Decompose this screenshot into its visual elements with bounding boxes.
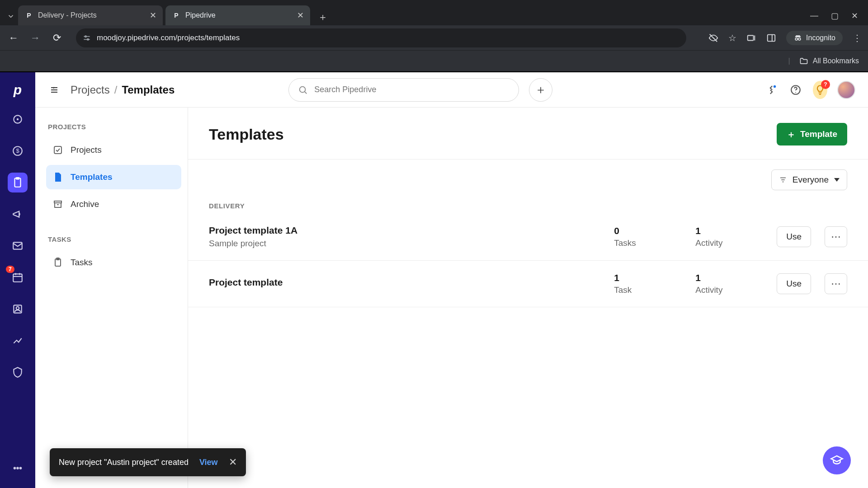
sidebar-item-label: Archive: [71, 199, 99, 209]
browser-tab[interactable]: P Pipedrive ✕: [165, 5, 310, 25]
template-tasks-stat: 1 Task: [614, 272, 682, 295]
notification-badge: ?: [821, 80, 830, 89]
pipedrive-logo-icon[interactable]: p: [14, 82, 22, 98]
sidebar-item-label: Templates: [71, 172, 113, 182]
new-template-label: Template: [800, 129, 837, 139]
new-tab-button[interactable]: ＋: [315, 9, 331, 25]
bookmark-star-icon[interactable]: ☆: [728, 33, 736, 43]
url-text: moodjoy.pipedrive.com/projects/templates: [97, 33, 240, 42]
svg-point-32: [774, 85, 776, 87]
svg-text:$: $: [16, 147, 19, 154]
browser-tab[interactable]: P Delivery - Projects ✕: [18, 5, 163, 25]
toast-message: New project "Austin project" created: [59, 458, 189, 467]
template-more-button[interactable]: ⋯: [825, 273, 847, 294]
reload-button[interactable]: ⟳: [50, 31, 64, 45]
sidebar-item-archive[interactable]: Archive: [46, 192, 181, 216]
main-content: Templates ＋ Template Everyone D: [188, 108, 868, 488]
favicon-icon: P: [24, 11, 33, 20]
rail-item-projects[interactable]: [8, 173, 28, 192]
template-name: Project template 1A: [209, 225, 600, 236]
close-tab-icon[interactable]: ✕: [150, 10, 156, 20]
rail-item-contacts[interactable]: [8, 299, 28, 319]
page-title: Templates: [209, 126, 284, 143]
svg-rect-18: [13, 274, 22, 282]
window-controls: — ▢ ✕: [810, 11, 864, 25]
sidebar-section-label: TASKS: [48, 235, 181, 243]
maximize-icon[interactable]: ▢: [831, 11, 839, 21]
search-input[interactable]: [314, 85, 509, 94]
archive-icon: [52, 199, 63, 210]
sidebar-item-templates[interactable]: Templates: [46, 165, 181, 189]
toast-close-icon[interactable]: ✕: [229, 456, 237, 468]
rail-item-deals[interactable]: $: [8, 141, 28, 161]
filter-icon: [779, 176, 787, 184]
clipboard-icon: [52, 257, 63, 268]
rail-item-mail[interactable]: [8, 236, 28, 256]
tab-search-button[interactable]: [4, 7, 18, 25]
rail-item-activities[interactable]: 7: [8, 267, 28, 287]
address-bar[interactable]: moodjoy.pipedrive.com/projects/templates: [76, 28, 686, 47]
rail-item-leads[interactable]: [8, 109, 28, 129]
file-icon: [52, 172, 63, 183]
forward-button[interactable]: →: [28, 31, 42, 45]
global-search[interactable]: [288, 78, 519, 102]
activities-badge: 7: [6, 266, 14, 273]
breadcrumb-root[interactable]: Projects: [71, 84, 110, 96]
help-icon[interactable]: [788, 83, 803, 97]
close-window-icon[interactable]: ✕: [851, 11, 858, 21]
media-control-icon[interactable]: [746, 33, 756, 43]
favicon-icon: P: [172, 11, 181, 20]
quick-add-button[interactable]: ＋: [529, 78, 552, 102]
tracking-icon[interactable]: [708, 33, 718, 43]
svg-point-30: [300, 86, 306, 92]
minimize-icon[interactable]: —: [810, 11, 818, 21]
incognito-indicator[interactable]: Incognito: [786, 31, 843, 45]
rail-item-products[interactable]: [8, 362, 28, 382]
rail-item-insights[interactable]: [8, 331, 28, 351]
site-settings-icon[interactable]: [82, 33, 91, 42]
incognito-label: Incognito: [806, 34, 835, 42]
collapse-sidebar-button[interactable]: [48, 84, 61, 96]
sidebar-item-label: Projects: [71, 145, 102, 155]
svg-rect-7: [768, 34, 775, 41]
filter-label: Everyone: [793, 175, 829, 185]
owner-filter[interactable]: Everyone: [771, 169, 847, 190]
template-row[interactable]: Project template 1A Sample project 0 Tas…: [188, 213, 868, 261]
chrome-menu-icon[interactable]: ⋮: [853, 33, 862, 43]
template-tasks-stat: 0 Tasks: [614, 225, 682, 248]
toast-view-link[interactable]: View: [199, 458, 218, 467]
template-activity-stat: 1 Activity: [695, 272, 763, 295]
sidebar-section-label: PROJECTS: [48, 123, 181, 131]
svg-point-23: [16, 307, 19, 310]
use-template-button[interactable]: Use: [777, 226, 811, 247]
help-fab[interactable]: [823, 446, 851, 474]
close-tab-icon[interactable]: ✕: [297, 10, 304, 20]
template-more-button[interactable]: ⋯: [825, 226, 847, 247]
bookmarks-bar: | All Bookmarks: [0, 51, 868, 72]
sidebar-item-projects[interactable]: Projects: [46, 138, 181, 162]
all-bookmarks-link[interactable]: All Bookmarks: [813, 57, 859, 65]
rail-item-campaigns[interactable]: [8, 204, 28, 224]
marketplace-icon[interactable]: [764, 83, 778, 97]
section-sidebar: PROJECTS Projects Templates Archive TA: [35, 108, 188, 488]
folder-icon: [799, 56, 808, 66]
tab-title: Delivery - Projects: [38, 11, 145, 19]
browser-tabbar: P Delivery - Projects ✕ P Pipedrive ✕ ＋ …: [0, 0, 868, 25]
sales-assistant-icon[interactable]: ?: [813, 83, 827, 97]
svg-point-25: [17, 467, 18, 469]
template-name: Project template: [209, 277, 600, 288]
rail-item-more[interactable]: [8, 458, 28, 478]
svg-point-26: [20, 467, 21, 469]
new-template-button[interactable]: ＋ Template: [777, 123, 847, 145]
use-template-button[interactable]: Use: [777, 273, 811, 294]
template-activity-stat: 1 Activity: [695, 225, 763, 248]
template-row[interactable]: Project template 1 Task 1 Activity Use ⋯: [188, 261, 868, 307]
graduation-cap-icon: [830, 454, 844, 467]
back-button[interactable]: ←: [6, 31, 21, 45]
sidepanel-icon[interactable]: [766, 33, 776, 43]
svg-point-10: [798, 38, 801, 40]
app-header: Projects / Templates ＋: [35, 72, 868, 108]
sidebar-item-label: Tasks: [71, 258, 93, 267]
sidebar-item-tasks[interactable]: Tasks: [46, 250, 181, 275]
user-avatar[interactable]: [837, 81, 855, 99]
